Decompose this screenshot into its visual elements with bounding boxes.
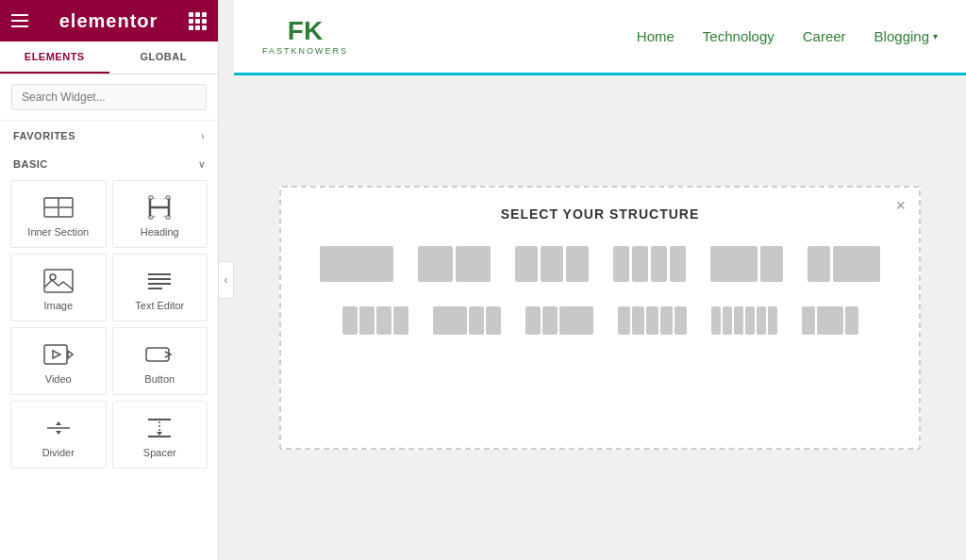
spacer-label: Spacer <box>143 447 176 458</box>
structure-narrow-wide[interactable] <box>802 240 886 288</box>
text-editor-label: Text Editor <box>135 300 184 311</box>
svg-rect-11 <box>149 196 153 199</box>
widget-button[interactable]: Button <box>112 327 208 395</box>
widget-image[interactable]: Image <box>10 254 107 321</box>
elementor-logo: elementor <box>59 10 158 32</box>
svg-rect-24 <box>146 348 169 361</box>
structure-3col[interactable] <box>509 240 594 288</box>
svg-marker-22 <box>68 351 73 358</box>
popup-title: SELECT YOUR STRUCTURE <box>304 206 896 222</box>
widget-grid: Inner Section Heading <box>0 177 218 479</box>
basic-label: BASIC <box>13 158 48 170</box>
tab-global[interactable]: GLOBAL <box>109 41 219 74</box>
nav-technology[interactable]: Technology <box>703 28 774 44</box>
main-content: FK FASTKNOWERS Home Technology Career Bl… <box>234 0 966 560</box>
widget-inner-section[interactable]: Inner Section <box>10 180 107 248</box>
divider-icon <box>43 415 74 441</box>
nav-links: Home Technology Career Blogging ▾ <box>637 28 938 44</box>
widget-heading[interactable]: Heading <box>112 180 208 248</box>
blogging-dropdown-chevron-icon: ▾ <box>933 31 938 41</box>
heading-label: Heading <box>141 226 179 238</box>
structure-2col[interactable] <box>412 240 496 288</box>
collapse-sidebar-handle[interactable]: ‹ <box>219 261 234 299</box>
site-logo: FK FASTKNOWERS <box>262 18 348 56</box>
basic-section[interactable]: BASIC ∨ <box>0 149 218 177</box>
svg-marker-30 <box>157 432 162 436</box>
spacer-icon <box>144 415 175 441</box>
close-popup-button[interactable]: × <box>895 197 906 214</box>
structure-selector-popup: × SELECT YOUR STRUCTURE <box>279 186 921 450</box>
structure-wide-2small[interactable] <box>427 301 507 340</box>
structure-4col[interactable] <box>608 240 691 288</box>
structure-wide-narrow[interactable] <box>705 240 789 288</box>
favorites-section[interactable]: FAVORITES › <box>0 121 218 149</box>
widget-video[interactable]: Video <box>10 327 107 395</box>
widget-text-editor[interactable]: Text Editor <box>112 254 208 321</box>
apps-grid-icon[interactable] <box>189 12 207 30</box>
search-wrapper <box>0 74 218 121</box>
structure-2small-wide[interactable] <box>520 301 599 340</box>
svg-rect-15 <box>44 270 73 292</box>
svg-marker-27 <box>56 431 61 435</box>
structure-6col[interactable] <box>706 301 783 340</box>
button-icon <box>144 341 175 368</box>
image-label: Image <box>43 300 73 311</box>
structure-row-2 <box>304 301 896 340</box>
hamburger-icon[interactable] <box>11 14 28 27</box>
nav-home[interactable]: Home <box>637 28 675 44</box>
widget-spacer[interactable]: Spacer <box>112 401 208 469</box>
divider-label: Divider <box>42 447 75 458</box>
sidebar-header: elementor <box>0 0 218 41</box>
svg-point-16 <box>50 274 56 280</box>
sidebar-tabs: ELEMENTS GLOBAL <box>0 41 218 74</box>
favorites-arrow-icon: › <box>201 131 205 141</box>
logo-text: FK <box>288 18 323 44</box>
sidebar: elementor ELEMENTS GLOBAL FAVORITES › BA… <box>0 0 219 560</box>
nav-career[interactable]: Career <box>803 28 846 44</box>
heading-icon <box>144 194 175 221</box>
structure-small-wide-small[interactable] <box>796 301 864 340</box>
nav-blogging-label: Blogging <box>874 28 929 44</box>
svg-marker-23 <box>53 351 60 358</box>
button-label: Button <box>144 373 175 385</box>
structure-row-1 <box>304 240 896 288</box>
tab-elements[interactable]: ELEMENTS <box>0 41 109 74</box>
video-label: Video <box>45 373 72 385</box>
top-navigation: FK FASTKNOWERS Home Technology Career Bl… <box>234 0 966 75</box>
structure-options <box>304 240 896 340</box>
svg-rect-12 <box>166 196 170 199</box>
canvas-area: × SELECT YOUR STRUCTURE <box>234 75 966 560</box>
inner-section-label: Inner Section <box>27 226 89 238</box>
svg-rect-21 <box>44 345 67 364</box>
image-icon <box>43 268 74 294</box>
svg-rect-13 <box>149 216 153 219</box>
basic-arrow-icon: ∨ <box>198 159 206 170</box>
text-editor-icon <box>144 268 175 294</box>
search-input[interactable] <box>11 84 207 110</box>
structure-4narrow[interactable] <box>337 301 414 340</box>
widget-divider[interactable]: Divider <box>10 401 107 469</box>
video-icon <box>43 341 74 368</box>
structure-1col[interactable] <box>314 240 399 288</box>
structure-5col[interactable] <box>612 301 692 340</box>
logo-subtitle: FASTKNOWERS <box>262 46 348 56</box>
svg-rect-14 <box>166 216 170 219</box>
nav-blogging[interactable]: Blogging ▾ <box>874 28 938 44</box>
favorites-label: FAVORITES <box>13 130 75 141</box>
inner-section-icon <box>43 194 74 221</box>
svg-marker-26 <box>56 421 61 425</box>
